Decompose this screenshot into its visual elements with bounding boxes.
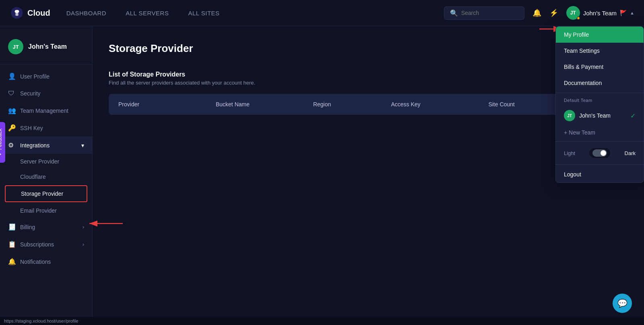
cloudflare-label: Cloudflare: [20, 174, 46, 180]
security-icon: 🛡: [8, 90, 15, 97]
storage-table: Provider Bucket Name Region Access Key S…: [109, 94, 628, 115]
new-team-button[interactable]: + New Team: [556, 125, 644, 140]
nav-all-servers[interactable]: ALL SERVERS: [126, 10, 169, 17]
subscriptions-chevron-icon: ›: [83, 242, 84, 247]
nav-dashboard[interactable]: DASHBOARD: [66, 10, 107, 17]
toggle-thumb: [601, 150, 606, 156]
sidebar-item-label-ssh-key: SSH Key: [20, 125, 43, 131]
sidebar-item-storage-provider[interactable]: Storage Provider: [6, 186, 87, 201]
integrations-icon: ⚙: [8, 141, 15, 149]
dropdown-team-name: John's Team: [579, 112, 626, 119]
activity-icon[interactable]: ⚡: [549, 8, 558, 17]
logo-area[interactable]: Cloud: [10, 6, 50, 20]
feedback-icon: ✦: [0, 152, 3, 156]
sidebar-item-subscriptions[interactable]: 📋 Subscriptions ›: [0, 236, 92, 253]
sidebar-item-user-profile[interactable]: 👤 User Profile: [0, 68, 92, 85]
notifications-icon[interactable]: 🔔: [533, 8, 541, 17]
light-label: Light: [564, 150, 575, 156]
logo-text: Cloud: [27, 8, 50, 18]
chat-icon: 💬: [617, 298, 627, 308]
list-title: List of Storage Providers: [109, 71, 628, 78]
billing-chevron-icon: ›: [83, 224, 84, 230]
top-nav: Cloud DASHBOARD ALL SERVERS ALL SITES 🔍 …: [0, 0, 644, 26]
team-name-label: John's Team: [583, 10, 617, 17]
sidebar-item-label-team-management: Team Management: [20, 108, 68, 114]
billing-label: Billing: [20, 224, 35, 230]
col-provider: Provider: [118, 101, 216, 108]
dropdown-item-my-profile[interactable]: My Profile: [556, 27, 644, 43]
nav-links: DASHBOARD ALL SERVERS ALL SITES: [66, 10, 444, 17]
billing-icon: 🧾: [8, 223, 15, 231]
feedback-label: Feedback: [0, 128, 3, 150]
sidebar-team-section: JT John's Team: [0, 33, 92, 64]
toggle-track[interactable]: [592, 149, 607, 157]
sidebar-item-server-provider[interactable]: Server Provider: [0, 154, 92, 169]
server-provider-label: Server Provider: [20, 158, 59, 165]
notifications-label: Notifications: [20, 259, 51, 265]
dark-label: Dark: [625, 150, 636, 156]
storage-providers-section: List of Storage Providers Find all the s…: [109, 71, 628, 115]
nav-right: 🔍 🔔 ⚡ JT John's Team 🚩 ▲: [444, 6, 634, 20]
sidebar-item-notifications[interactable]: 🔔 Notifications: [0, 253, 92, 270]
theme-toggle-row: Light Dark: [556, 143, 644, 163]
sidebar-item-security[interactable]: 🛡 Security: [0, 85, 92, 102]
integrations-group: ⚙ Integrations ▾ Server Provider Cloudfl…: [0, 137, 92, 218]
dropdown-divider-3: [556, 164, 644, 165]
subscriptions-label: Subscriptions: [20, 241, 54, 248]
avatar: JT: [566, 6, 580, 20]
checkmark-icon: ✓: [630, 112, 636, 120]
sidebar-team-name: John's Team: [28, 43, 67, 50]
user-profile-icon: 👤: [8, 72, 15, 80]
ssh-key-icon: 🔑: [8, 124, 15, 132]
notifications-bell-icon: 🔔: [8, 258, 15, 265]
status-bar: https://staging.xcloud.host/user/profile: [0, 317, 644, 325]
sidebar-item-billing[interactable]: 🧾 Billing ›: [0, 218, 92, 236]
feedback-button[interactable]: ✦ Feedback: [0, 122, 5, 163]
integrations-label: Integrations: [20, 142, 50, 149]
storage-provider-highlight-box: Storage Provider: [5, 185, 87, 202]
sidebar-item-team-management[interactable]: 👥 Team Management: [0, 102, 92, 119]
dropdown-item-team-settings[interactable]: Team Settings: [556, 43, 644, 59]
sidebar-item-ssh-key[interactable]: 🔑 SSH Key: [0, 119, 92, 137]
storage-provider-label: Storage Provider: [21, 190, 63, 197]
email-provider-label: Email Provider: [20, 207, 57, 214]
dropdown-divider-2: [556, 141, 644, 142]
chat-button[interactable]: 💬: [613, 294, 632, 313]
search-input[interactable]: [461, 10, 518, 16]
sidebar-item-integrations[interactable]: ⚙ Integrations ▾: [0, 137, 92, 154]
sidebar-item-label-user-profile: User Profile: [20, 73, 50, 80]
dropdown-team-row[interactable]: JT John's Team ✓: [556, 106, 644, 125]
sidebar-item-cloudflare[interactable]: Cloudflare: [0, 169, 92, 184]
list-subtitle: Find all the server providers associated…: [109, 80, 628, 86]
dropdown-team-avatar: JT: [564, 110, 575, 121]
dropdown-divider-1: [556, 93, 644, 93]
chevron-icon: ▾: [81, 142, 84, 149]
col-access-key: Access Key: [391, 101, 488, 108]
chevron-down-icon: ▲: [630, 10, 634, 15]
user-dropdown-menu: My Profile Team Settings Bills & Payment…: [555, 26, 644, 183]
col-bucket-name: Bucket Name: [216, 101, 313, 108]
dropdown-item-logout[interactable]: Logout: [556, 166, 644, 182]
page-title: Storage Provider: [109, 42, 628, 55]
team-menu-button[interactable]: JT John's Team 🚩 ▲: [566, 6, 634, 20]
table-header: Provider Bucket Name Region Access Key S…: [109, 94, 628, 115]
search-box[interactable]: 🔍: [444, 6, 524, 20]
nav-all-sites[interactable]: ALL SITES: [188, 10, 219, 17]
search-icon: 🔍: [450, 9, 458, 17]
sidebar-item-label-security: Security: [20, 90, 41, 97]
integrations-children: Server Provider Cloudflare Storage Provi…: [0, 154, 92, 218]
dropdown-item-bills-payment[interactable]: Bills & Payment: [556, 59, 644, 75]
theme-toggle[interactable]: [589, 148, 610, 158]
status-dot: [577, 17, 580, 20]
flag-icon: 🚩: [620, 10, 627, 16]
col-region: Region: [313, 101, 391, 108]
storage-provider-container: Storage Provider: [0, 184, 92, 203]
logo-icon: [10, 6, 24, 20]
sidebar-avatar: JT: [8, 39, 23, 54]
status-url: https://staging.xcloud.host/user/profile: [4, 319, 78, 323]
dropdown-item-documentation[interactable]: Documentation: [556, 75, 644, 91]
sidebar-item-email-provider[interactable]: Email Provider: [0, 203, 92, 218]
subscriptions-icon: 📋: [8, 240, 15, 248]
team-management-icon: 👥: [8, 107, 15, 114]
default-team-label: Default Team: [556, 95, 644, 106]
